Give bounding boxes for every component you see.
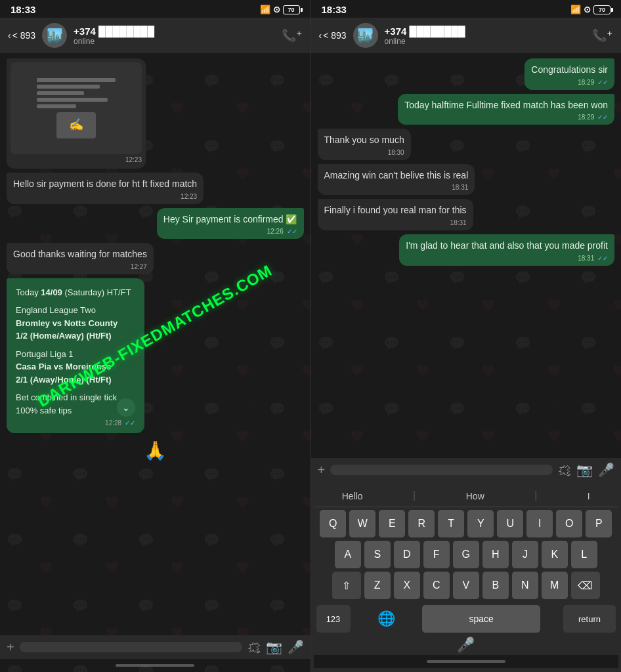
key-f[interactable]: F — [423, 541, 450, 568]
key-backspace[interactable]: ⌫ — [571, 572, 600, 599]
key-y[interactable]: Y — [467, 510, 494, 537]
right-back-icon: ‹ — [319, 30, 322, 41]
left-msg-payment-done[interactable]: Hello sir payment is done for ht ft fixe… — [7, 173, 203, 204]
left-contact-status: online — [74, 37, 274, 46]
msg-time: 12:23 — [13, 192, 197, 201]
msg-time: 18:31 ✓✓ — [406, 254, 608, 263]
right-chat-header: ‹ < 893 🏙️ +374 ████████ online 📞⁺ — [311, 18, 622, 53]
left-status-right: 📶 ⊙ 70 — [260, 5, 300, 14]
left-home-indicator — [0, 659, 310, 672]
signal-icon: 📶 — [260, 5, 270, 14]
left-header-icons: 📞⁺ — [282, 28, 303, 43]
key-return[interactable]: return — [563, 605, 616, 633]
right-sticker-icon[interactable]: 🗯 — [558, 463, 571, 478]
right-camera-icon[interactable]: 📷 — [576, 462, 593, 478]
key-w[interactable]: W — [349, 510, 375, 537]
right-msg-thankyou[interactable]: Thank you so much 18:30 — [318, 129, 411, 160]
key-n[interactable]: N — [512, 572, 538, 599]
doc-line — [37, 85, 100, 89]
key-h[interactable]: H — [482, 541, 509, 568]
keyboard-suggestions: Hello | How | I — [314, 486, 619, 507]
right-chat-area: Congratulations sir 18:29 ✓✓ Today halft… — [311, 53, 622, 458]
msg-time: 18:29 ✓✓ — [404, 113, 608, 122]
right-panel: 18:33 📶 ⊙ 70 ‹ < 893 🏙️ +374 ████████ on… — [311, 0, 622, 672]
match-card[interactable]: Today 14/09 (Saturday) HT/FT England Lea… — [7, 278, 144, 434]
key-numbers[interactable]: 123 — [316, 605, 351, 633]
right-msg-halftime[interactable]: Today halftime Fulltime fixed match has … — [398, 94, 614, 125]
msg-text: Thank you so much — [324, 135, 404, 145]
left-sticker-icon[interactable]: 🗯 — [247, 640, 261, 655]
key-m[interactable]: M — [542, 572, 568, 599]
key-z[interactable]: Z — [364, 572, 391, 599]
right-call-icon[interactable]: 📞⁺ — [592, 28, 613, 43]
key-c[interactable]: C — [423, 572, 450, 599]
suggestion-how[interactable]: How — [460, 490, 491, 503]
left-contact-avatar[interactable]: 🏙️ — [42, 23, 67, 48]
right-msg-amazing[interactable]: Amazing win can't belive this is real 18… — [318, 164, 475, 196]
key-u[interactable]: U — [497, 510, 523, 537]
key-s[interactable]: S — [364, 541, 391, 568]
result2: 2/1 (Away/Home) (Ht/Ft) — [16, 375, 112, 385]
left-mic-icon[interactable]: 🎤 — [288, 639, 304, 655]
key-t[interactable]: T — [438, 510, 464, 537]
suggestion-hello[interactable]: Hello — [335, 490, 370, 503]
right-status-right: 📶 ⊙ 70 — [570, 5, 610, 14]
right-contact-avatar[interactable]: 🏙️ — [353, 23, 378, 48]
key-q[interactable]: Q — [320, 510, 346, 537]
league2: Portugal Liga 1 — [16, 348, 135, 361]
right-back-button[interactable]: ‹ < 893 — [319, 30, 347, 41]
key-globe[interactable]: 🌐 — [373, 605, 399, 633]
doc-lines — [37, 78, 116, 108]
right-message-input[interactable] — [330, 465, 553, 475]
msg-time: 18:29 ✓✓ — [531, 78, 608, 87]
key-k[interactable]: K — [542, 541, 568, 568]
msg-text: Hey Sir payment is confirmed ✅ — [163, 214, 297, 224]
left-plus-icon[interactable]: + — [7, 640, 14, 655]
bet-info-line2: 100% safe tips — [16, 404, 117, 417]
collapse-button[interactable]: ⌄ — [117, 398, 135, 417]
key-space[interactable]: space — [422, 605, 540, 633]
key-v[interactable]: V — [453, 572, 479, 599]
right-msg-congrats[interactable]: Congratulations sir 18:29 ✓✓ — [525, 58, 614, 90]
key-x[interactable]: X — [394, 572, 420, 599]
key-j[interactable]: J — [512, 541, 538, 568]
left-contact-name: +374 ████████ — [74, 26, 274, 37]
suggestion-i[interactable]: I — [581, 490, 597, 503]
left-msg-confirmed[interactable]: Hey Sir payment is confirmed ✅ 12:26 ✓✓ — [157, 208, 304, 240]
match-card-footer: Bet combined in single tick 100% safe ti… — [16, 391, 135, 417]
key-o[interactable]: O — [556, 510, 582, 537]
key-i[interactable]: I — [526, 510, 553, 537]
right-header-icons: 📞⁺ — [592, 28, 613, 43]
right-mic-icon[interactable]: 🎤 — [598, 462, 614, 478]
left-chat-area: ✍️ 12:23 Hello sir payment is done for h… — [0, 53, 310, 635]
match2-section: Portugal Liga 1 Casa Pia vs Moreirense 2… — [16, 348, 135, 387]
key-d[interactable]: D — [394, 541, 420, 568]
right-input-bar: + 🗯 📷 🎤 — [311, 458, 622, 482]
key-shift[interactable]: ⇧ — [332, 572, 361, 599]
key-g[interactable]: G — [453, 541, 479, 568]
left-camera-icon[interactable]: 📷 — [266, 639, 282, 655]
right-msg-glad[interactable]: I'm glad to hear that and also that you … — [399, 234, 614, 266]
left-back-icon: ‹ — [8, 30, 11, 41]
read-ticks: ✓✓ — [597, 79, 608, 86]
left-input-bar: + 🗯 📷 🎤 — [0, 635, 310, 659]
key-a[interactable]: A — [335, 541, 361, 568]
left-msg-waiting[interactable]: Good thanks waiting for matches 12:27 — [7, 243, 154, 274]
left-contact-info: +374 ████████ online — [74, 26, 274, 46]
left-image-message[interactable]: ✍️ 12:23 — [7, 58, 146, 169]
key-b[interactable]: B — [482, 572, 509, 599]
img-msg-time: 12:23 — [11, 156, 142, 165]
key-p[interactable]: P — [586, 510, 612, 537]
left-call-icon[interactable]: 📞⁺ — [282, 28, 303, 43]
left-message-input[interactable] — [20, 642, 242, 652]
right-msg-finally[interactable]: Finally i found you real man for this 18… — [318, 199, 473, 230]
match1-section: England League Two Bromley vs Notts Coun… — [16, 304, 135, 343]
read-ticks: ✓✓ — [597, 114, 608, 121]
left-back-button[interactable]: ‹ < 893 — [8, 30, 35, 41]
key-l[interactable]: L — [571, 541, 597, 568]
key-e[interactable]: E — [379, 510, 405, 537]
key-r[interactable]: R — [408, 510, 435, 537]
keyboard-mic-icon[interactable]: 🎤 — [457, 637, 475, 654]
right-plus-icon[interactable]: + — [318, 463, 326, 478]
left-home-bar — [116, 664, 194, 667]
